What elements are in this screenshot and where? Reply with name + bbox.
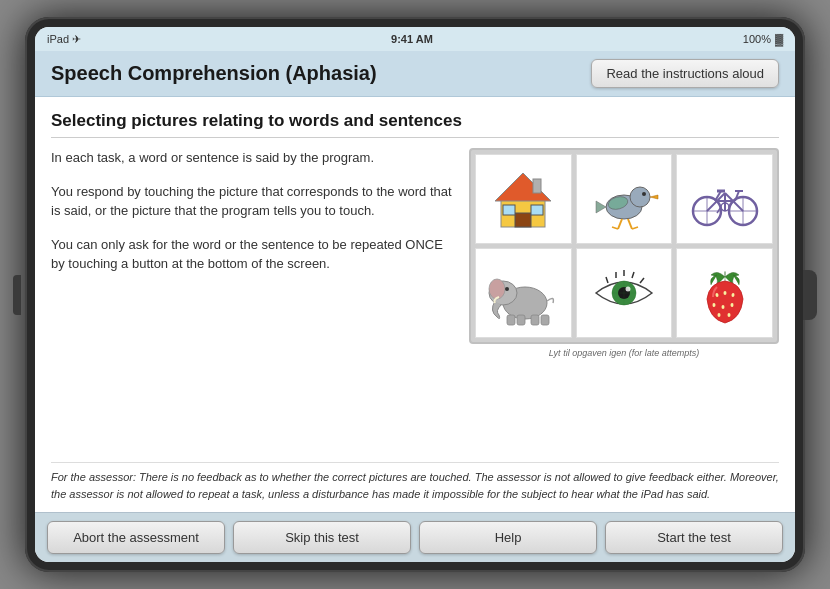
svg-point-35: [489, 279, 505, 299]
svg-point-56: [721, 305, 724, 309]
svg-rect-39: [531, 315, 539, 325]
status-right: 100% ▓: [743, 33, 783, 45]
status-bar: iPad ✈ 9:41 AM 100% ▓: [35, 27, 795, 51]
instruction-3: You can only ask for the word or the sen…: [51, 235, 453, 274]
svg-line-15: [632, 227, 638, 229]
svg-rect-3: [503, 205, 515, 215]
screen: iPad ✈ 9:41 AM 100% ▓ Speech Comprehensi…: [35, 27, 795, 562]
grid-cell-bicycle[interactable]: [676, 154, 773, 244]
svg-rect-2: [515, 213, 531, 227]
battery-label: 100%: [743, 33, 771, 45]
help-button[interactable]: Help: [419, 521, 597, 554]
toolbar: Abort the assessment Skip this test Help…: [35, 512, 795, 562]
instructions-panel: In each task, a word or sentence is said…: [51, 148, 453, 456]
svg-point-7: [630, 187, 650, 207]
instruction-1: In each task, a word or sentence is said…: [51, 148, 453, 168]
svg-line-13: [628, 219, 632, 229]
svg-point-43: [625, 287, 630, 292]
assessor-note: For the assessor: There is no feedback a…: [51, 462, 779, 502]
skip-button[interactable]: Skip this test: [233, 521, 411, 554]
page-title: Speech Comprehension (Aphasia): [51, 62, 377, 85]
svg-point-59: [727, 313, 730, 317]
svg-line-48: [640, 278, 644, 283]
content-area: Selecting pictures relating to words and…: [35, 97, 795, 512]
start-button[interactable]: Start the test: [605, 521, 783, 554]
grid-cell-bird[interactable]: [576, 154, 673, 244]
svg-line-12: [618, 219, 622, 229]
grid-cell-eye[interactable]: [576, 248, 673, 338]
device-label: iPad ✈: [47, 33, 81, 46]
header: Speech Comprehension (Aphasia) Read the …: [35, 51, 795, 97]
instruction-2: You respond by touching the picture that…: [51, 182, 453, 221]
image-grid-container: Lyt til opgaven igen (for late attempts): [469, 148, 779, 456]
svg-rect-40: [541, 315, 549, 325]
svg-line-14: [612, 227, 618, 229]
status-left: iPad ✈: [47, 33, 81, 46]
svg-marker-8: [650, 195, 658, 199]
read-aloud-button[interactable]: Read the instructions aloud: [591, 59, 779, 88]
svg-rect-38: [517, 315, 525, 325]
svg-point-53: [723, 291, 726, 295]
main-content: In each task, a word or sentence is said…: [51, 148, 779, 456]
svg-line-47: [632, 272, 634, 278]
svg-point-9: [642, 192, 646, 196]
grid-cell-strawberry[interactable]: [676, 248, 773, 338]
svg-point-58: [717, 313, 720, 317]
section-title: Selecting pictures relating to words and…: [51, 111, 779, 138]
battery-icon: ▓: [775, 33, 783, 45]
ipad-device: iPad ✈ 9:41 AM 100% ▓ Speech Comprehensi…: [25, 17, 805, 572]
image-grid: [469, 148, 779, 344]
svg-rect-5: [533, 179, 541, 193]
svg-line-44: [606, 277, 608, 283]
grid-cell-house[interactable]: [475, 154, 572, 244]
status-time: 9:41 AM: [391, 33, 433, 45]
grid-cell-elephant[interactable]: [475, 248, 572, 338]
svg-marker-11: [596, 201, 606, 213]
abort-button[interactable]: Abort the assessment: [47, 521, 225, 554]
grid-caption: Lyt til opgaven igen (for late attempts): [469, 348, 779, 358]
svg-rect-37: [507, 315, 515, 325]
svg-rect-4: [531, 205, 543, 215]
svg-marker-1: [495, 173, 551, 201]
svg-point-36: [505, 287, 509, 291]
